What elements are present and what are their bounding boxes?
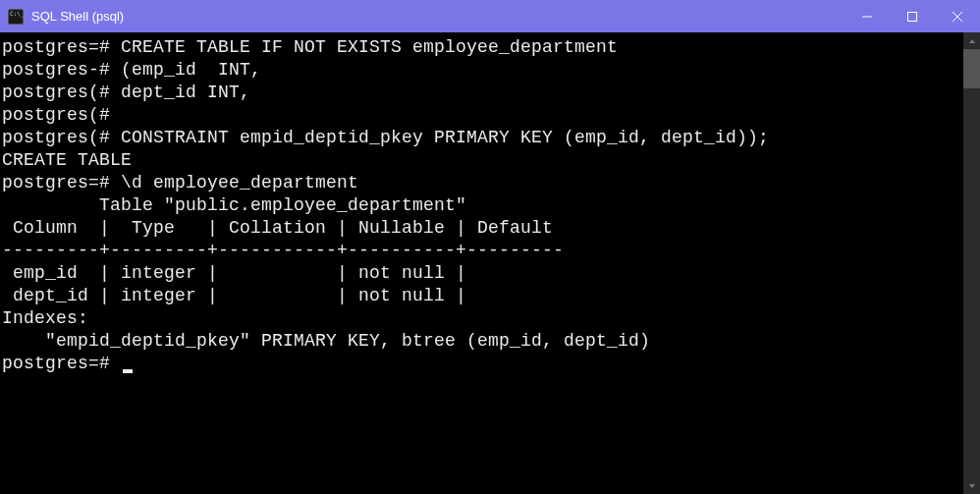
svg-marker-4 [969, 39, 975, 43]
scroll-thumb[interactable] [963, 49, 980, 88]
terminal-line: dept_id | integer | | not null | [2, 285, 963, 307]
window-title: SQL Shell (psql) [31, 9, 844, 24]
window-titlebar: SQL Shell (psql) [0, 0, 980, 32]
terminal-container: postgres=# CREATE TABLE IF NOT EXISTS em… [0, 32, 980, 494]
terminal-line: postgres-# (emp_id INT, [2, 59, 963, 82]
window-controls [844, 0, 980, 32]
cursor [123, 369, 133, 373]
terminal-line: postgres(# [2, 104, 963, 127]
terminal-line: CREATE TABLE [2, 149, 963, 172]
terminal-line: Table "public.employee_department" [2, 194, 963, 217]
minimize-button[interactable] [844, 0, 890, 32]
terminal-output[interactable]: postgres=# CREATE TABLE IF NOT EXISTS em… [0, 32, 963, 494]
terminal-line: postgres=# [2, 353, 963, 375]
scroll-up-arrow-icon[interactable] [963, 32, 980, 49]
vertical-scrollbar[interactable] [963, 32, 980, 494]
app-icon [8, 9, 24, 25]
terminal-line: Indexes: [2, 307, 963, 330]
close-button[interactable] [935, 0, 980, 32]
svg-rect-1 [908, 12, 917, 21]
terminal-line: postgres(# CONSTRAINT empid_deptid_pkey … [2, 127, 963, 149]
terminal-line: postgres(# dept_id INT, [2, 82, 963, 104]
terminal-line: "empid_deptid_pkey" PRIMARY KEY, btree (… [2, 330, 963, 353]
terminal-line: ---------+---------+-----------+--------… [2, 240, 963, 262]
maximize-button[interactable] [890, 0, 935, 32]
terminal-line: emp_id | integer | | not null | [2, 262, 963, 285]
scroll-down-arrow-icon[interactable] [963, 477, 980, 494]
terminal-line: postgres=# \d employee_department [2, 172, 963, 194]
svg-marker-5 [969, 484, 975, 488]
terminal-line: postgres=# CREATE TABLE IF NOT EXISTS em… [2, 36, 963, 59]
terminal-line: Column | Type | Collation | Nullable | D… [2, 217, 963, 240]
